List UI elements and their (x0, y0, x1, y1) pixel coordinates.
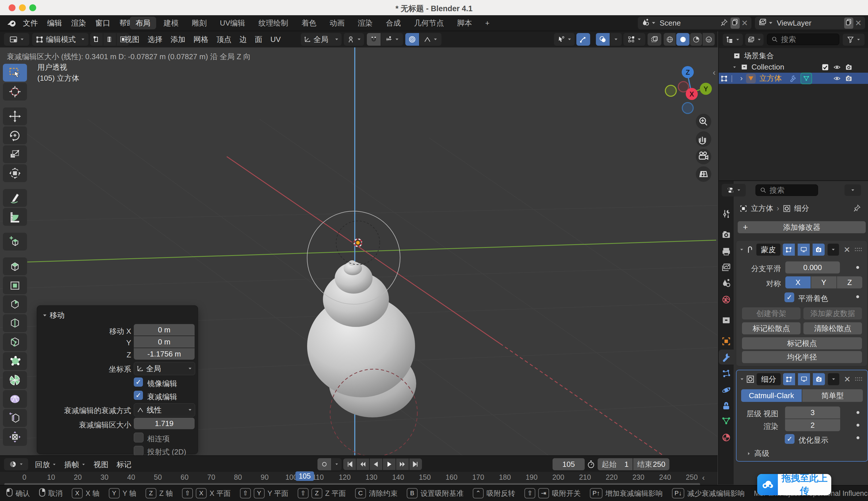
proportional-editing-checkbox[interactable]: ✓ (134, 391, 143, 400)
animate-dot[interactable] (856, 295, 859, 298)
falloff-select[interactable]: 线性 (134, 403, 195, 417)
levels-render-field[interactable]: 2 (785, 419, 840, 431)
subdiv-extras-dropdown[interactable] (828, 373, 839, 385)
play-reverse-button[interactable] (370, 458, 382, 470)
vertex-select-mode-button[interactable] (90, 33, 103, 46)
skin-extras-dropdown[interactable] (827, 244, 839, 256)
jump-end-button[interactable] (409, 458, 422, 470)
panel-header[interactable]: 移动 (43, 310, 65, 320)
menu-编辑[interactable]: 编辑 (43, 17, 67, 29)
properties-tab-collection[interactable] (719, 313, 734, 328)
frame-start-field[interactable]: 起始1 (597, 458, 633, 470)
autokey-dropdown[interactable] (332, 458, 342, 470)
properties-tab-constraints[interactable] (719, 398, 734, 413)
new-scene-icon[interactable] (730, 18, 740, 29)
tool-select-box[interactable] (3, 64, 27, 82)
autokey-toggle[interactable] (317, 458, 331, 470)
snap-toggle-button[interactable] (367, 33, 381, 46)
upload-overlay-button[interactable]: 拖拽至此上传 (757, 474, 831, 495)
tool-measure[interactable] (3, 208, 27, 226)
orientation-dropdown[interactable]: 全局 (301, 33, 342, 46)
modifier-name-field[interactable]: 细分 (757, 373, 781, 385)
workspace-tab-雕刻[interactable]: 雕刻 (186, 17, 212, 29)
viewport-menu-网格[interactable]: 网格 (189, 33, 212, 46)
tool-loop-cut[interactable] (3, 314, 27, 332)
scene-selector[interactable]: Scene ✕ (638, 17, 751, 29)
properties-tab-modifiers[interactable] (719, 350, 734, 364)
workspace-tab-UV编辑[interactable]: UV编辑 (214, 17, 251, 29)
current-frame-field[interactable]: 105 (552, 458, 585, 470)
material-shading-button[interactable] (690, 33, 702, 46)
symmetry-axis-Z[interactable]: Z (837, 276, 862, 288)
snap-settings-dropdown[interactable] (381, 33, 403, 46)
animate-dot[interactable] (857, 436, 859, 439)
tool-bevel[interactable] (3, 295, 27, 313)
subdiv-editmode-toggle[interactable] (783, 373, 795, 385)
optimal-display-checkbox[interactable]: ✓ (785, 434, 794, 444)
orientation-select[interactable]: 全局 (134, 362, 195, 375)
xray-toggle[interactable] (648, 33, 661, 46)
wireframe-shading-button[interactable] (663, 33, 676, 46)
tool-knife[interactable] (3, 333, 27, 351)
outliner-row-scene-collection[interactable]: 场景集合 (719, 50, 868, 62)
falloff-dropdown[interactable] (420, 33, 441, 46)
viewport-menu-添加[interactable]: 添加 (166, 33, 189, 46)
edge-select-mode-button[interactable] (103, 33, 116, 46)
subdiv-close-icon[interactable]: ✕ (844, 375, 850, 384)
create-armature-button[interactable]: 创建骨架 (742, 307, 801, 319)
tool-extrude-region[interactable] (3, 257, 27, 275)
branch-smoothing-field[interactable]: 0.000 (785, 262, 840, 274)
breadcrumb-modifier[interactable]: 细分 (794, 203, 809, 213)
move-y-field[interactable]: 0 m (134, 336, 195, 348)
skin-close-icon[interactable]: ✕ (844, 245, 850, 255)
properties-editor-type-button[interactable] (722, 184, 746, 196)
animate-dot[interactable] (857, 424, 859, 427)
properties-tab-particles[interactable] (719, 366, 734, 381)
tool-cursor[interactable] (3, 83, 27, 100)
tool-annotate[interactable] (3, 189, 27, 207)
properties-search-input[interactable]: 搜索 (756, 184, 818, 196)
mirror-editing-checkbox[interactable]: ✓ (134, 377, 143, 387)
smooth-shading-checkbox[interactable]: ✓ (784, 292, 794, 302)
pin-icon[interactable] (854, 204, 861, 211)
workspace-tab-建模[interactable]: 建模 (158, 17, 184, 29)
mark-root-button[interactable]: 标记根点 (742, 337, 862, 349)
workspace-tab-着色[interactable]: 着色 (296, 17, 322, 29)
subdivision-modifier-panel[interactable]: 细分 ✕ Catmull-Clark 简单型 层级 视图 3 渲染 2 ✓ 优化… (736, 370, 868, 462)
properties-tab-object[interactable] (719, 334, 734, 349)
viewport-menu-视图[interactable]: 视图 (121, 33, 143, 46)
workspace-tab-布局[interactable]: 布局 (130, 17, 156, 29)
solid-shading-button[interactable] (676, 33, 690, 46)
outliner-search-input[interactable]: 搜索 (767, 34, 839, 45)
animate-dot[interactable] (857, 411, 859, 414)
play-button[interactable] (383, 458, 396, 470)
pivot-point-dropdown[interactable] (344, 33, 364, 46)
visibility-dropdown[interactable] (554, 33, 575, 46)
outliner-filter-id-button[interactable] (745, 34, 763, 46)
properties-tab-physics[interactable] (719, 383, 734, 397)
proportional-size-field[interactable]: 1.719 (134, 418, 195, 429)
tool-edge-slide[interactable] (3, 409, 27, 427)
prev-keyframe-button[interactable] (356, 458, 369, 470)
properties-options-dropdown[interactable] (845, 184, 861, 196)
skin-modifier-panel[interactable]: 蒙皮 ✕ 分支平滑 0.000 对称 XYZ ✓ 平滑着色 创建骨架 添加蒙皮数… (736, 241, 867, 366)
properties-tab-render[interactable] (719, 227, 734, 242)
move-operator-panel[interactable]: 移动 移动 X 0 m Y 0 m Z -1.1756 m 坐标系 全局 ✓ 镜… (37, 305, 198, 454)
properties-tab-data[interactable] (719, 413, 734, 428)
timeline-editor-type-button[interactable] (4, 458, 28, 470)
timeline-menu-插帧[interactable]: 插帧 (60, 458, 90, 471)
mode-dropdown[interactable]: 编辑模式 (32, 33, 88, 46)
viewport-menu-UV[interactable]: UV (266, 33, 285, 46)
workspace-tab-渲染[interactable]: 渲染 (352, 17, 378, 29)
simple-button[interactable]: 简单型 (802, 389, 863, 402)
tool-scale[interactable] (3, 145, 27, 163)
subdiv-realtime-toggle[interactable] (798, 373, 810, 385)
current-frame-chip[interactable]: 105 (295, 471, 314, 481)
move-x-field[interactable]: 0 m (134, 324, 195, 335)
viewport-menu-选择[interactable]: 选择 (143, 33, 166, 46)
outliner-display-mode-button[interactable] (723, 34, 743, 46)
gizmos-dropdown[interactable] (624, 33, 645, 46)
tool-poly-build[interactable] (3, 352, 27, 370)
properties-tab-world[interactable] (719, 292, 734, 307)
outliner-row-cube-selected[interactable]: | › 立方体 (719, 73, 868, 84)
